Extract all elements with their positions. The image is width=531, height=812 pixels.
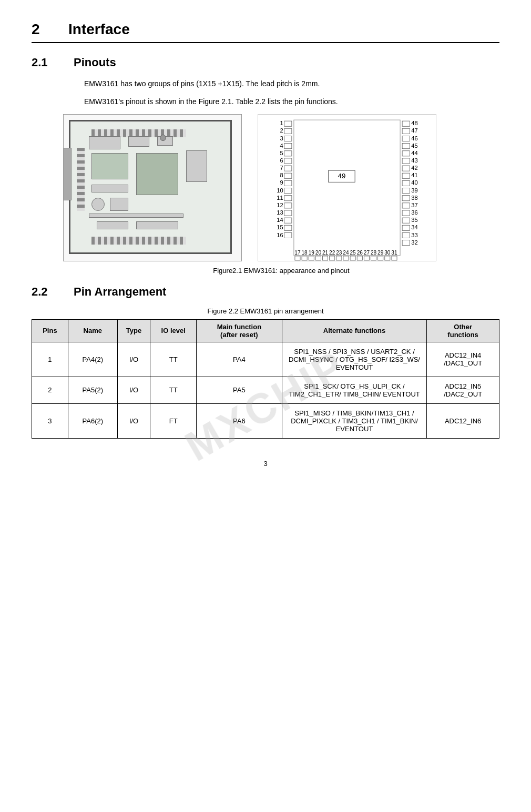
comp-2 [128, 136, 149, 147]
svg-text:8: 8 [280, 172, 283, 178]
th-type: Type [117, 319, 150, 342]
svg-text:12: 12 [277, 202, 283, 208]
svg-text:31: 31 [391, 250, 397, 256]
svg-text:40: 40 [411, 179, 417, 186]
section-2-2-number: 2.2 [32, 285, 58, 299]
svg-rect-75 [322, 256, 328, 260]
svg-text:3: 3 [280, 135, 283, 141]
svg-text:26: 26 [357, 250, 363, 256]
svg-text:30: 30 [384, 250, 391, 256]
svg-rect-9 [284, 151, 292, 156]
svg-text:43: 43 [411, 157, 417, 164]
svg-rect-49 [402, 180, 410, 186]
td-type-3: I/O [117, 403, 150, 438]
td-main-1: PA4 [197, 342, 282, 377]
svg-text:34: 34 [411, 224, 417, 230]
figure-left-pcb [63, 114, 242, 261]
svg-rect-13 [284, 166, 292, 171]
svg-rect-89 [371, 256, 376, 260]
page-number: 3 [32, 460, 499, 468]
svg-rect-61 [402, 225, 410, 230]
svg-rect-93 [385, 256, 390, 260]
svg-text:6: 6 [280, 157, 283, 164]
conn-left [63, 148, 72, 200]
svg-rect-35 [402, 128, 410, 134]
svg-text:2: 2 [280, 127, 283, 134]
td-pins-3: 3 [32, 403, 68, 438]
svg-rect-25 [284, 210, 292, 216]
table-caption: Figure 2.2 EMW3161 pin arrangement [32, 307, 499, 315]
svg-text:22: 22 [329, 250, 335, 256]
figures-row: 1 2 3 4 5 6 7 8 9 10 11 [63, 114, 499, 261]
td-name-2: PA5(2) [68, 377, 117, 403]
svg-rect-65 [402, 240, 410, 245]
svg-text:28: 28 [371, 250, 377, 256]
figure-right-pinout: 1 2 3 4 5 6 7 8 9 10 11 [258, 114, 436, 261]
svg-rect-69 [302, 256, 307, 260]
td-other-3: ADC12_IN6 [427, 403, 499, 438]
svg-rect-29 [284, 225, 292, 230]
svg-text:4: 4 [280, 142, 283, 148]
svg-text:27: 27 [364, 250, 370, 256]
pin-row-left [77, 148, 85, 211]
svg-text:11: 11 [277, 195, 283, 201]
svg-text:45: 45 [411, 142, 417, 148]
th-alt: Alternate functions [282, 319, 426, 342]
td-main-2: PA5 [197, 377, 282, 403]
svg-text:33: 33 [411, 231, 417, 238]
svg-rect-45 [402, 166, 410, 171]
svg-rect-67 [295, 256, 300, 260]
pin-row-bottom [91, 237, 186, 245]
svg-rect-21 [284, 195, 292, 200]
svg-text:41: 41 [411, 172, 417, 178]
th-other: Otherfunctions [427, 319, 499, 342]
svg-text:29: 29 [377, 250, 384, 256]
comp-9 [186, 150, 207, 182]
comp-6 [89, 214, 183, 218]
svg-rect-23 [284, 203, 292, 208]
figure-caption: Figure2.1 EMW3161: appearance and pinout [63, 267, 499, 275]
svg-rect-39 [402, 143, 410, 148]
svg-rect-87 [364, 256, 369, 260]
svg-rect-3 [284, 128, 292, 134]
svg-text:24: 24 [343, 250, 349, 256]
svg-rect-33 [402, 121, 410, 126]
svg-rect-41 [402, 151, 410, 156]
svg-rect-17 [284, 180, 292, 186]
svg-rect-31 [284, 232, 292, 238]
comp-chip [91, 153, 128, 179]
svg-rect-19 [284, 188, 292, 193]
svg-text:25: 25 [350, 250, 356, 256]
pcb-body [69, 120, 232, 254]
td-type-1: I/O [117, 342, 150, 377]
pin-table: Pins Name Type IO level Main function(af… [32, 319, 499, 439]
svg-text:48: 48 [411, 120, 417, 126]
svg-rect-43 [402, 158, 410, 164]
section-2-2-title: Pin Arrangement [74, 285, 166, 299]
section-2-1-number: 2.1 [32, 56, 58, 69]
svg-rect-0 [294, 120, 400, 256]
td-alt-1: SPI1_NSS / SPI3_NSS / USART2_CK / DCMI_H… [282, 342, 426, 377]
svg-rect-73 [315, 256, 321, 260]
td-pins-2: 2 [32, 377, 68, 403]
td-alt-3: SPI1_MISO / TIM8_BKIN/TIM13_CH1 / DCMI_P… [282, 403, 426, 438]
svg-rect-7 [284, 143, 292, 148]
section-2-1-title: Pinouts [74, 56, 116, 69]
svg-rect-91 [378, 256, 383, 260]
chapter-header: 2 Interface [32, 21, 499, 43]
svg-rect-79 [336, 256, 342, 260]
th-main: Main function(after reset) [197, 319, 282, 342]
svg-rect-57 [402, 210, 410, 216]
svg-rect-15 [284, 173, 292, 178]
svg-rect-77 [330, 256, 335, 260]
td-type-2: I/O [117, 377, 150, 403]
paragraph-1: EMW3161 has two groups of pins (1X15 +1X… [84, 78, 499, 89]
comp-main-chip [136, 153, 178, 195]
svg-text:35: 35 [411, 217, 417, 223]
td-other-2: ADC12_IN5 /DAC2_OUT [427, 377, 499, 403]
comp-hole [160, 135, 166, 141]
svg-text:15: 15 [277, 224, 283, 230]
svg-text:49: 49 [338, 172, 346, 180]
svg-text:7: 7 [280, 165, 283, 171]
svg-text:42: 42 [411, 165, 417, 171]
